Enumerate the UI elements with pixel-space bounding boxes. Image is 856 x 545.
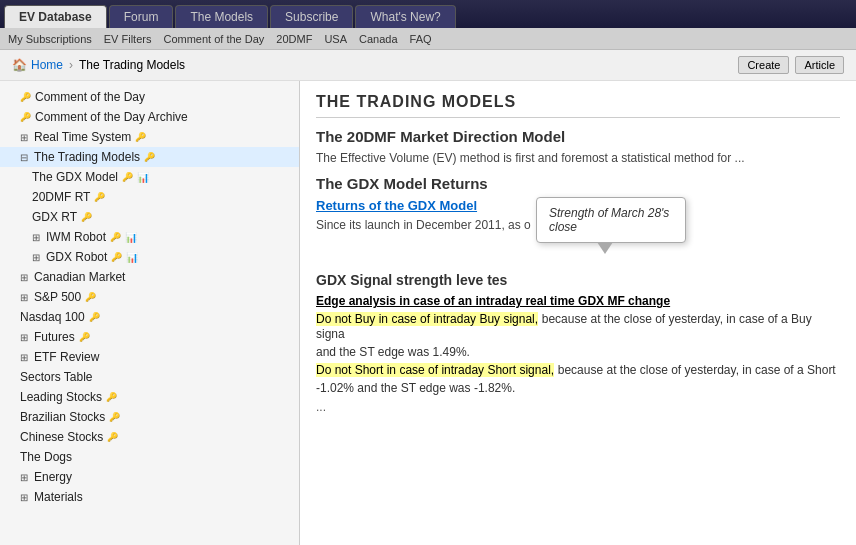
breadcrumb-separator: › (69, 58, 73, 72)
sidebar-item-etf-review[interactable]: ⊞ ETF Review (0, 347, 299, 367)
expand-icon: ⊞ (20, 272, 28, 283)
signal-short-rest: because at the close of yesterday, in ca… (558, 363, 836, 377)
sidebar-item-comment-of-the-day[interactable]: 🔑 Comment of the Day (0, 87, 299, 107)
signal-dots: ... (316, 399, 840, 414)
sidebar-item-gdx-rt[interactable]: GDX RT 🔑 (0, 207, 299, 227)
lock-icon: 🔑 (20, 92, 31, 102)
sidebar-item-futures[interactable]: ⊞ Futures 🔑 (0, 327, 299, 347)
tab-the-models[interactable]: The Models (175, 5, 268, 28)
page-title: THE TRADING MODELS (316, 93, 840, 118)
dots-text: ... (316, 400, 326, 414)
sidebar-item-gdx-robot[interactable]: ⊞ GDX Robot 🔑 📊 (0, 247, 299, 267)
create-button[interactable]: Create (738, 56, 789, 74)
secondary-navigation: My Subscriptions EV Filters Comment of t… (0, 28, 856, 50)
sidebar-label: Comment of the Day (35, 90, 145, 104)
sidebar-label: Canadian Market (34, 270, 125, 284)
signal-short-extra: -1.02% and the ST edge was -1.82%. (316, 381, 515, 395)
main-layout: 🔑 Comment of the Day 🔑 Comment of the Da… (0, 81, 856, 545)
sidebar-item-nasdaq100[interactable]: Nasdaq 100 🔑 (0, 307, 299, 327)
tab-whats-new[interactable]: What's New? (355, 5, 455, 28)
lock-icon: 🔑 (85, 292, 96, 302)
sidebar-item-materials[interactable]: ⊞ Materials (0, 487, 299, 507)
tooltip-box: Strength of March 28's close (536, 197, 686, 243)
article-button[interactable]: Article (795, 56, 844, 74)
sec-nav-canada[interactable]: Canada (359, 33, 398, 45)
signal-buy-extra: and the ST edge was 1.49%. (316, 345, 470, 359)
signal-section-title: GDX Signal strength leve tes (316, 272, 840, 288)
sidebar-item-brazilian-stocks[interactable]: Brazilian Stocks 🔑 (0, 407, 299, 427)
section-gdx-returns: The GDX Model Returns Returns of the GDX… (316, 175, 840, 232)
sidebar-item-the-dogs[interactable]: The Dogs (0, 447, 299, 467)
sidebar-label: Brazilian Stocks (20, 410, 105, 424)
lock-icon: 🔑 (110, 232, 121, 242)
signal-short-highlight: Do not Short in case of intraday Short s… (316, 363, 554, 377)
expand-icon: ⊞ (20, 352, 28, 363)
gdx-launch-text: Since its launch in December 2011, as o (316, 218, 531, 232)
sidebar-item-trading-models[interactable]: ⊟ The Trading Models 🔑 (0, 147, 299, 167)
sidebar-item-energy[interactable]: ⊞ Energy (0, 467, 299, 487)
tab-subscribe[interactable]: Subscribe (270, 5, 353, 28)
section-20dmf: The 20DMF Market Direction Model The Eff… (316, 128, 840, 165)
chart-icon: 📊 (125, 232, 137, 243)
sidebar-item-comment-archive[interactable]: 🔑 Comment of the Day Archive (0, 107, 299, 127)
sec-nav-my-subscriptions[interactable]: My Subscriptions (8, 33, 92, 45)
sec-nav-faq[interactable]: FAQ (410, 33, 432, 45)
tab-forum[interactable]: Forum (109, 5, 174, 28)
content-area: THE TRADING MODELS The 20DMF Market Dire… (300, 81, 856, 545)
signal-buy-highlight: Do not Buy in case of intraday Buy signa… (316, 312, 538, 326)
breadcrumb: 🏠 Home › The Trading Models Create Artic… (0, 50, 856, 81)
signal-line-1b: and the ST edge was 1.49%. (316, 344, 840, 359)
tab-ev-database[interactable]: EV Database (4, 5, 107, 28)
sec-nav-comment-of-the-day[interactable]: Comment of the Day (163, 33, 264, 45)
lock-icon: 🔑 (107, 432, 118, 442)
top-navigation: EV Database Forum The Models Subscribe W… (0, 0, 856, 28)
expand-icon: ⊞ (20, 292, 28, 303)
sidebar-item-sp500[interactable]: ⊞ S&P 500 🔑 (0, 287, 299, 307)
chart-icon: 📊 (137, 172, 149, 183)
lock-icon: 🔑 (106, 392, 117, 402)
collapse-icon: ⊟ (20, 152, 28, 163)
expand-icon: ⊞ (20, 492, 28, 503)
sec-nav-20dmf[interactable]: 20DMF (276, 33, 312, 45)
sidebar-item-real-time-system[interactable]: ⊞ Real Time System 🔑 (0, 127, 299, 147)
sidebar-label: GDX Robot (46, 250, 107, 264)
sidebar-item-chinese-stocks[interactable]: Chinese Stocks 🔑 (0, 427, 299, 447)
tooltip-arrow (597, 242, 613, 254)
sidebar-label: Nasdaq 100 (20, 310, 85, 324)
sidebar-item-20dmf-rt[interactable]: 20DMF RT 🔑 (0, 187, 299, 207)
tooltip-text: Strength of March 28's close (549, 206, 669, 234)
sidebar-label: Materials (34, 490, 83, 504)
lock-icon: 🔑 (94, 192, 105, 202)
sidebar-label: Futures (34, 330, 75, 344)
sidebar-item-gdx-model[interactable]: The GDX Model 🔑 📊 (0, 167, 299, 187)
lock-icon: 🔑 (79, 332, 90, 342)
sidebar-label: ETF Review (34, 350, 99, 364)
sidebar-item-sectors-table[interactable]: Sectors Table (0, 367, 299, 387)
signal-line-2b: -1.02% and the ST edge was -1.82%. (316, 380, 840, 395)
sidebar-label: IWM Robot (46, 230, 106, 244)
home-icon: 🏠 (12, 58, 27, 72)
sidebar-label: Real Time System (34, 130, 131, 144)
gdx-text-with-tooltip: Since its launch in December 2011, as o … (316, 217, 840, 232)
chart-icon: 📊 (126, 252, 138, 263)
lock-icon: 🔑 (109, 412, 120, 422)
lock-icon: 🔑 (135, 132, 146, 142)
expand-icon: ⊞ (32, 232, 40, 243)
sidebar-item-canadian-market[interactable]: ⊞ Canadian Market (0, 267, 299, 287)
gdx-returns-title: The GDX Model Returns (316, 175, 840, 192)
breadcrumb-home[interactable]: Home (31, 58, 63, 72)
sec-nav-usa[interactable]: USA (324, 33, 347, 45)
lock-icon: 🔑 (144, 152, 155, 162)
sidebar-label: Chinese Stocks (20, 430, 103, 444)
sidebar-label: Leading Stocks (20, 390, 102, 404)
sidebar-item-leading-stocks[interactable]: Leading Stocks 🔑 (0, 387, 299, 407)
lock-icon: 🔑 (89, 312, 100, 322)
expand-icon: ⊞ (20, 332, 28, 343)
lock-icon: 🔑 (20, 112, 31, 122)
breadcrumb-current: The Trading Models (79, 58, 185, 72)
sec-nav-ev-filters[interactable]: EV Filters (104, 33, 152, 45)
sidebar-item-iwm-robot[interactable]: ⊞ IWM Robot 🔑 📊 (0, 227, 299, 247)
sidebar-label: Sectors Table (20, 370, 93, 384)
section-20dmf-title: The 20DMF Market Direction Model (316, 128, 840, 145)
sidebar-label: The Trading Models (34, 150, 140, 164)
